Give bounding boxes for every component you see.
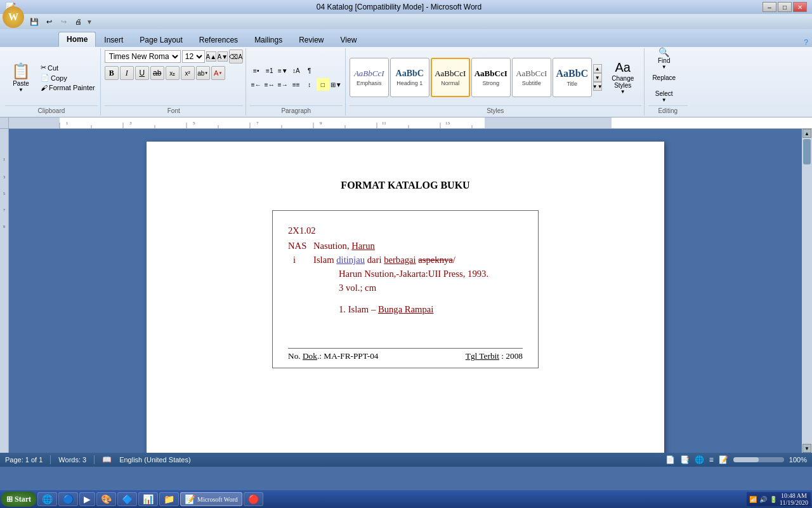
title-preview: AaBbC: [556, 68, 588, 79]
change-styles-button[interactable]: Aa Change Styles ▼: [605, 58, 641, 97]
sort-btn[interactable]: ↕A: [290, 64, 303, 77]
font-color-btn[interactable]: A▼: [211, 66, 225, 80]
tab-view[interactable]: View: [332, 32, 365, 47]
footer-right: Tgl Terbit : 2008: [466, 351, 523, 361]
svg-text:5: 5: [193, 121, 195, 126]
zoom-slider[interactable]: [733, 457, 784, 462]
title-bar-controls[interactable]: – □ ✕: [763, 2, 807, 12]
customize-qa[interactable]: ▼: [86, 18, 93, 25]
bold-button[interactable]: B: [105, 66, 119, 80]
justify-btn[interactable]: ≡≡: [290, 78, 303, 91]
taskbar-media[interactable]: ▶: [79, 492, 95, 506]
style-item-emphasis[interactable]: AaBbCcI Emphasis: [350, 58, 389, 97]
scroll-thumb[interactable]: [803, 139, 811, 164]
paste-dropdown-arrow[interactable]: ▼: [18, 87, 23, 93]
windows-icon: ⊞: [6, 495, 13, 504]
style-item-strong[interactable]: AaBbCcI Strong: [471, 58, 511, 97]
bullets-btn[interactable]: ≡•: [250, 64, 263, 77]
taskbar-folder[interactable]: 📁: [159, 492, 179, 506]
tab-home[interactable]: Home: [58, 32, 96, 47]
style-item-heading1[interactable]: AaBbC Heading 1: [390, 58, 429, 97]
tab-review[interactable]: Review: [291, 32, 332, 47]
styles-scroll-down[interactable]: ▼: [593, 73, 602, 82]
taskbar-explorer[interactable]: 🔷: [117, 492, 137, 506]
superscript-button[interactable]: x²: [181, 66, 195, 80]
tab-mailings[interactable]: Mailings: [246, 32, 291, 47]
view-full-btn[interactable]: 📑: [680, 455, 690, 464]
emphasis-label: Emphasis: [357, 80, 382, 86]
office-button[interactable]: W: [3, 6, 24, 28]
berbagai-word: berbagai: [384, 255, 416, 265]
numbering-btn[interactable]: ≡1: [263, 64, 276, 77]
vertical-scrollbar[interactable]: ▲ ▼: [802, 129, 812, 453]
view-draft-btn[interactable]: 📝: [719, 455, 728, 464]
nas-label: NAS: [288, 239, 313, 253]
font-size-increase-btn[interactable]: A▲: [206, 51, 216, 62]
font-size-select[interactable]: 12: [182, 50, 205, 63]
spell-check-icon[interactable]: 📖: [102, 455, 112, 464]
taskbar-paint[interactable]: 🎨: [96, 492, 116, 506]
copy-button[interactable]: 📄 Copy: [38, 73, 98, 83]
view-outline-btn[interactable]: ≡: [709, 455, 714, 464]
format-painter-button[interactable]: 🖌 Format Painter: [38, 83, 98, 92]
taskbar-excel[interactable]: 📊: [138, 492, 158, 506]
line-spacing-btn[interactable]: ↕: [303, 78, 316, 91]
taskbar-opera[interactable]: 🔴: [244, 492, 263, 506]
save-quick-btn[interactable]: 💾: [28, 15, 41, 28]
style-item-normal[interactable]: AaBbCcI Normal: [431, 58, 470, 97]
view-print-btn[interactable]: 📄: [665, 455, 675, 464]
styles-group: AaBbCcI Emphasis AaBbC Heading 1 AaBbCcI…: [347, 48, 645, 116]
scroll-up-btn[interactable]: ▲: [802, 129, 811, 138]
select-button[interactable]: Select ▼: [648, 88, 680, 105]
find-button[interactable]: 🔍 Find ▼: [648, 50, 680, 67]
cut-button[interactable]: ✂ Cut: [38, 63, 98, 72]
align-center-btn[interactable]: ≡↔: [263, 78, 276, 91]
subscript-button[interactable]: x₂: [166, 66, 180, 80]
undo-quick-btn[interactable]: ↩: [43, 15, 55, 28]
taskbar-chrome[interactable]: 🔵: [58, 492, 78, 506]
redo-quick-btn[interactable]: ↪: [57, 15, 70, 28]
document-scroll-area[interactable]: FORMAT KATALOG BUKU 2X1.02 NAS Nasution,…: [9, 129, 802, 453]
subtitle-label: Subtitle: [522, 80, 541, 86]
taskbar-ie[interactable]: 🌐: [37, 492, 57, 506]
underline-button[interactable]: U: [135, 66, 149, 80]
print-quick-btn[interactable]: 🖨: [72, 15, 84, 28]
text-highlight-btn[interactable]: ab▼: [196, 66, 210, 80]
dok-underline: Dok: [303, 351, 317, 361]
taskbar-right: 📶 🔊 🔋 10:48 AM 11/19/2020: [747, 492, 811, 506]
language-status[interactable]: English (United States): [119, 456, 191, 464]
excel-icon: 📊: [143, 494, 154, 505]
close-button[interactable]: ✕: [793, 2, 807, 12]
taskbar-word[interactable]: 📝 Microsoft Word: [180, 492, 242, 506]
scroll-down-btn[interactable]: ▼: [802, 444, 811, 453]
tab-page-layout[interactable]: Page Layout: [131, 32, 190, 47]
font-name-select[interactable]: Times New Roman: [105, 50, 181, 63]
view-web-btn[interactable]: 🌐: [695, 455, 704, 464]
replace-button[interactable]: Replace: [648, 69, 680, 86]
font-size-decrease-btn[interactable]: A▼: [218, 51, 228, 62]
border-btn[interactable]: ⊞▼: [330, 78, 343, 91]
media-icon: ▶: [84, 494, 91, 505]
minimize-button[interactable]: –: [763, 2, 776, 12]
strikethrough-button[interactable]: ab: [150, 66, 164, 80]
styles-group-label: Styles: [350, 105, 641, 114]
styles-scroll-more[interactable]: ▼▼: [593, 82, 602, 91]
svg-text:9: 9: [320, 121, 322, 126]
align-left-btn[interactable]: ≡←: [250, 78, 263, 91]
show-hide-btn[interactable]: ¶: [303, 64, 316, 77]
styles-scroll-up[interactable]: ▲: [593, 64, 602, 73]
shading-btn[interactable]: □: [317, 78, 329, 91]
tab-insert[interactable]: Insert: [96, 32, 131, 47]
ribbon-help-icon[interactable]: ?: [804, 38, 808, 47]
clear-format-btn[interactable]: ⌫A: [229, 50, 243, 64]
italic-button[interactable]: I: [120, 66, 134, 80]
paste-button[interactable]: 📋 Paste ▼: [5, 58, 37, 97]
multilevel-btn[interactable]: ≡▼: [277, 64, 289, 77]
maximize-button[interactable]: □: [778, 2, 792, 12]
volume-icon: 🔊: [759, 496, 767, 503]
start-button[interactable]: ⊞ Start: [1, 491, 36, 507]
style-item-title[interactable]: AaBbC Title: [553, 58, 592, 97]
style-item-subtitle[interactable]: AaBbCcI Subtitle: [512, 58, 551, 97]
tab-references[interactable]: References: [191, 32, 246, 47]
align-right-btn[interactable]: ≡→: [277, 78, 289, 91]
